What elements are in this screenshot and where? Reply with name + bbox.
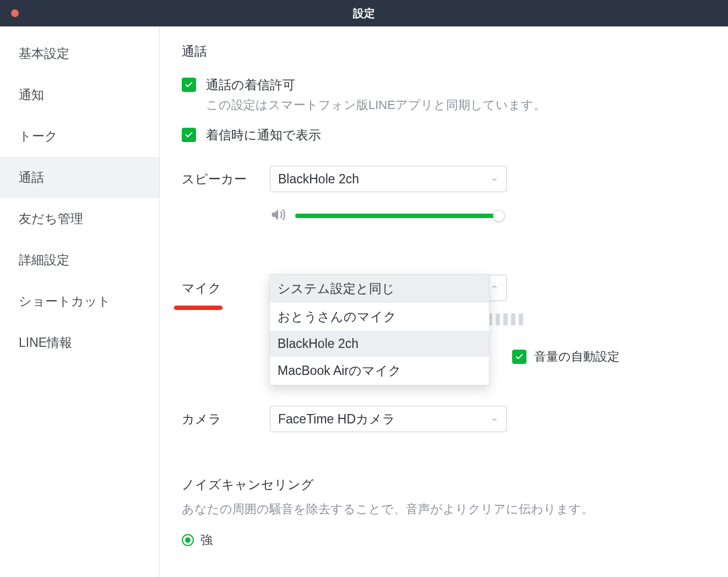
camera-selected-value: FaceTime HDカメラ bbox=[278, 411, 395, 428]
mic-label: マイク bbox=[182, 280, 270, 297]
auto-volume-checkbox[interactable] bbox=[512, 350, 526, 364]
volume-icon bbox=[270, 206, 287, 225]
check-icon bbox=[184, 130, 193, 139]
mic-row: マイク システム設定と同じ おとうさんのマイク BlackHole 2ch Ma… bbox=[182, 275, 706, 301]
check-icon bbox=[184, 80, 193, 89]
camera-row: カメラ FaceTime HDカメラ bbox=[182, 406, 706, 432]
allow-incoming-label: 通話の着信許可 bbox=[206, 77, 546, 94]
sidebar-item-shortcut[interactable]: ショートカット bbox=[0, 281, 159, 322]
noise-cancel-strong-row: 強 bbox=[182, 532, 706, 548]
chevron-up-icon bbox=[491, 283, 498, 293]
settings-sidebar: 基本設定 通知 トーク 通話 友だち管理 詳細設定 ショートカット LINE情報 bbox=[0, 26, 160, 577]
mic-option-system[interactable]: システム設定と同じ bbox=[270, 275, 489, 303]
mic-option-macbook[interactable]: MacBook Airのマイク bbox=[270, 357, 489, 385]
notify-incoming-checkbox[interactable] bbox=[182, 128, 196, 142]
speaker-row: スピーカー BlackHole 2ch bbox=[182, 166, 706, 192]
camera-select[interactable]: FaceTime HDカメラ bbox=[270, 406, 507, 432]
noise-cancel-title: ノイズキャンセリング bbox=[182, 476, 706, 493]
sidebar-item-basic[interactable]: 基本設定 bbox=[0, 33, 159, 74]
call-section-title: 通話 bbox=[182, 43, 706, 60]
sidebar-item-friends[interactable]: 友だち管理 bbox=[0, 198, 159, 239]
mic-level-meter bbox=[488, 313, 523, 325]
window-controls bbox=[11, 9, 19, 17]
allow-incoming-sublabel: この設定はスマートフォン版LINEアプリと同期しています。 bbox=[206, 97, 546, 113]
notify-incoming-label: 着信時に通知で表示 bbox=[206, 127, 321, 144]
noise-cancel-strong-radio[interactable] bbox=[182, 534, 194, 546]
noise-cancel-sub: あなたの周囲の騒音を除去することで、音声がよりクリアに伝わります。 bbox=[182, 501, 706, 518]
chevron-down-icon bbox=[491, 172, 498, 187]
close-window-button[interactable] bbox=[11, 9, 19, 17]
auto-volume-row: 音量の自動設定 bbox=[512, 349, 620, 365]
speaker-select[interactable]: BlackHole 2ch bbox=[270, 166, 507, 192]
check-icon bbox=[515, 352, 524, 361]
mic-option-dad[interactable]: おとうさんのマイク bbox=[270, 303, 489, 331]
noise-cancel-section: ノイズキャンセリング あなたの周囲の騒音を除去することで、音声がよりクリアに伝わ… bbox=[182, 476, 706, 548]
titlebar: 設定 bbox=[0, 0, 728, 26]
allow-incoming-checkbox[interactable] bbox=[182, 78, 196, 92]
speaker-volume-row bbox=[270, 206, 706, 225]
window-title: 設定 bbox=[0, 6, 728, 21]
settings-main: 通話 通話の着信許可 この設定はスマートフォン版LINEアプリと同期しています。… bbox=[160, 26, 728, 577]
speaker-selected-value: BlackHole 2ch bbox=[278, 172, 359, 187]
mic-select[interactable]: システム設定と同じ おとうさんのマイク BlackHole 2ch MacBoo… bbox=[270, 275, 507, 301]
mic-dropdown: システム設定と同じ おとうさんのマイク BlackHole 2ch MacBoo… bbox=[269, 274, 490, 385]
radio-dot bbox=[185, 537, 191, 543]
sidebar-item-line-info[interactable]: LINE情報 bbox=[0, 322, 159, 363]
allow-incoming-row: 通話の着信許可 この設定はスマートフォン版LINEアプリと同期しています。 bbox=[182, 77, 706, 113]
mic-option-blackhole[interactable]: BlackHole 2ch bbox=[270, 331, 489, 357]
sidebar-item-talk[interactable]: トーク bbox=[0, 116, 159, 157]
speaker-volume-slider[interactable] bbox=[295, 214, 499, 218]
sidebar-item-call[interactable]: 通話 bbox=[0, 157, 159, 198]
sidebar-item-advanced[interactable]: 詳細設定 bbox=[0, 239, 159, 281]
annotation-underline bbox=[174, 306, 222, 310]
slider-knob[interactable] bbox=[493, 210, 505, 222]
speaker-label: スピーカー bbox=[182, 171, 270, 188]
notify-incoming-row: 着信時に通知で表示 bbox=[182, 127, 706, 144]
auto-volume-label: 音量の自動設定 bbox=[534, 349, 620, 365]
sidebar-item-notifications[interactable]: 通知 bbox=[0, 74, 159, 116]
chevron-down-icon bbox=[491, 412, 498, 427]
camera-label: カメラ bbox=[182, 411, 270, 428]
noise-cancel-strong-label: 強 bbox=[200, 532, 213, 548]
